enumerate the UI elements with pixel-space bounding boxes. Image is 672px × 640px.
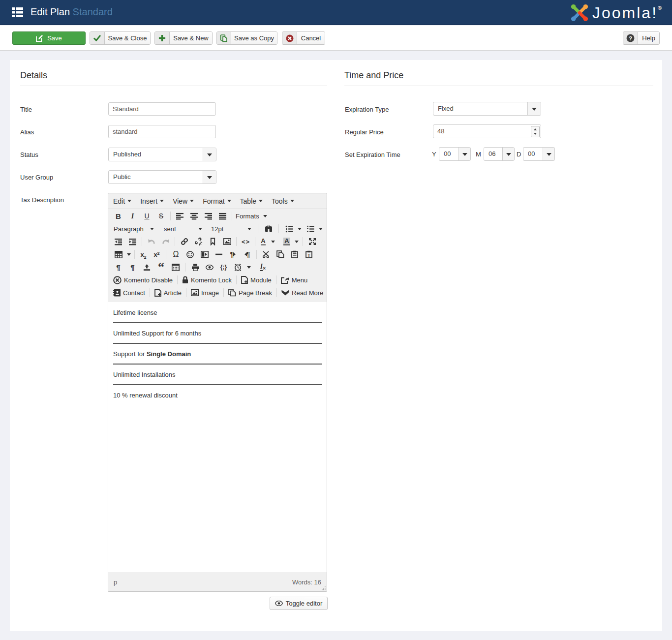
svg-text:T: T xyxy=(307,253,310,258)
svg-text:?: ? xyxy=(629,35,632,41)
